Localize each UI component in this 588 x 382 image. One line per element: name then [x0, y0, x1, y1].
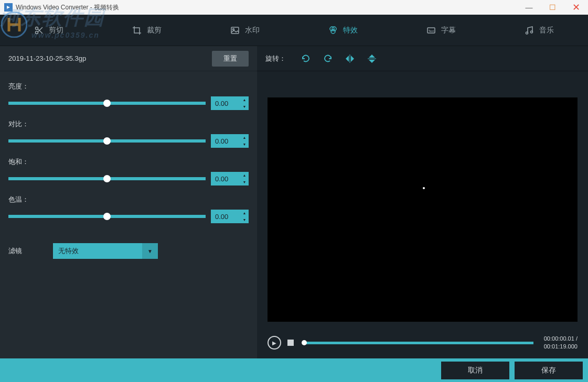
saturation-label: 饱和：	[8, 157, 249, 167]
spinner-up[interactable]: ▲	[240, 210, 249, 216]
footer: 取消 保存	[0, 358, 588, 382]
spinner-down[interactable]: ▼	[240, 103, 249, 110]
titlebar: Windows Video Converter - 视频转换 — ☐ ✕	[0, 0, 588, 15]
image-icon	[230, 26, 240, 35]
svg-rect-13	[350, 54, 350, 63]
watermark-logo	[1, 12, 27, 38]
app-icon	[4, 3, 13, 12]
save-button[interactable]: 保存	[515, 362, 583, 379]
effects-icon	[328, 26, 338, 35]
tab-effects[interactable]: 特效	[294, 15, 392, 46]
svg-text:Text: Text	[428, 29, 434, 32]
tab-crop[interactable]: 裁剪	[98, 15, 196, 46]
svg-rect-14	[368, 58, 376, 59]
spinner-down[interactable]: ▼	[240, 179, 249, 185]
playback-controls: ▶ 00:00:00.01 / 00:01:19.000	[257, 327, 588, 358]
left-panel: 2019-11-23-10-25-35.3gp 重置 亮度： 0.00 ▲▼ 对…	[0, 46, 257, 358]
spinner-up[interactable]: ▲	[240, 134, 249, 141]
rotate-left-button[interactable]	[300, 52, 312, 65]
temperature-value[interactable]: 0.00 ▲▼	[211, 210, 249, 223]
preview-content	[423, 187, 425, 189]
tab-crop-label: 裁剪	[147, 26, 162, 35]
scissors-icon	[34, 26, 44, 35]
tabs-bar: 剪切 裁剪 水印 特效 Text 字幕 音乐	[0, 15, 588, 46]
brightness-label: 亮度：	[8, 82, 249, 91]
temperature-label: 色温：	[8, 195, 249, 204]
window-title: Windows Video Converter - 视频转换	[16, 3, 517, 12]
progress-thumb[interactable]	[302, 340, 307, 345]
rotate-row: 旋转：	[257, 46, 588, 71]
filter-value: 无特效	[53, 246, 142, 256]
brightness-group: 亮度： 0.00 ▲▼	[8, 82, 249, 110]
flip-horizontal-button[interactable]	[344, 52, 356, 65]
play-button[interactable]: ▶	[268, 336, 281, 350]
slider-thumb[interactable]	[103, 137, 111, 145]
tab-cut-label: 剪切	[49, 26, 63, 35]
main-content: 2019-11-23-10-25-35.3gp 重置 亮度： 0.00 ▲▼ 对…	[0, 46, 588, 358]
saturation-value[interactable]: 0.00 ▲▼	[211, 172, 249, 185]
temperature-group: 色温： 0.00 ▲▼	[8, 195, 249, 223]
contrast-label: 对比：	[8, 119, 249, 129]
chevron-down-icon[interactable]: ▼	[142, 243, 158, 259]
reset-button[interactable]: 重置	[212, 51, 249, 67]
svg-point-12	[530, 31, 532, 33]
spinner-down[interactable]: ▼	[240, 216, 249, 223]
tab-watermark-label: 水印	[245, 26, 260, 35]
progress-slider[interactable]	[304, 342, 533, 344]
spinner-up[interactable]: ▲	[240, 172, 249, 179]
tab-watermark[interactable]: 水印	[196, 15, 294, 46]
maximize-button[interactable]: ☐	[541, 0, 564, 15]
text-icon: Text	[426, 26, 436, 35]
brightness-value[interactable]: 0.00 ▲▼	[211, 96, 249, 110]
close-button[interactable]: ✕	[564, 0, 588, 15]
flip-vertical-button[interactable]	[366, 52, 378, 65]
cancel-button[interactable]: 取消	[441, 362, 509, 379]
tab-subtitle[interactable]: Text 字幕	[392, 15, 490, 46]
saturation-group: 饱和： 0.00 ▲▼	[8, 157, 249, 185]
brightness-slider[interactable]	[8, 102, 206, 105]
contrast-slider[interactable]	[8, 139, 206, 143]
file-name: 2019-11-23-10-25-35.3gp	[8, 54, 212, 62]
slider-thumb[interactable]	[103, 175, 111, 182]
tab-music-label: 音乐	[539, 26, 554, 35]
tab-music[interactable]: 音乐	[490, 15, 588, 46]
right-panel: 旋转： ▶ 00:00:00.01 / 00:01:19.000	[257, 46, 588, 358]
filter-row: 滤镜 无特效 ▼	[0, 238, 257, 264]
video-preview[interactable]	[268, 97, 578, 322]
tab-subtitle-label: 字幕	[441, 26, 456, 35]
rotate-label: 旋转：	[265, 54, 286, 63]
spinner-up[interactable]: ▲	[240, 96, 249, 103]
file-row: 2019-11-23-10-25-35.3gp 重置	[0, 46, 257, 71]
svg-rect-4	[231, 27, 239, 34]
tab-effects-label: 特效	[343, 26, 358, 35]
contrast-group: 对比： 0.00 ▲▼	[8, 119, 249, 148]
svg-point-5	[233, 28, 234, 30]
svg-point-11	[526, 32, 528, 34]
svg-point-8	[331, 29, 335, 34]
minimize-button[interactable]: —	[517, 0, 541, 15]
contrast-value[interactable]: 0.00 ▲▼	[211, 134, 249, 148]
time-display: 00:00:00.01 / 00:01:19.000	[544, 335, 578, 351]
sliders-panel: 亮度： 0.00 ▲▼ 对比： 0.00 ▲▼	[0, 71, 257, 238]
stop-button[interactable]	[287, 340, 294, 346]
slider-thumb[interactable]	[103, 100, 111, 107]
temperature-slider[interactable]	[8, 215, 206, 218]
filter-select[interactable]: 无特效 ▼	[53, 243, 158, 259]
filter-label: 滤镜	[8, 246, 32, 256]
saturation-slider[interactable]	[8, 177, 206, 180]
window-controls: — ☐ ✕	[517, 0, 588, 15]
spinner-down[interactable]: ▼	[240, 141, 249, 148]
music-icon	[525, 26, 534, 35]
rotate-right-button[interactable]	[322, 52, 334, 65]
slider-thumb[interactable]	[103, 213, 111, 220]
crop-icon	[132, 26, 142, 35]
